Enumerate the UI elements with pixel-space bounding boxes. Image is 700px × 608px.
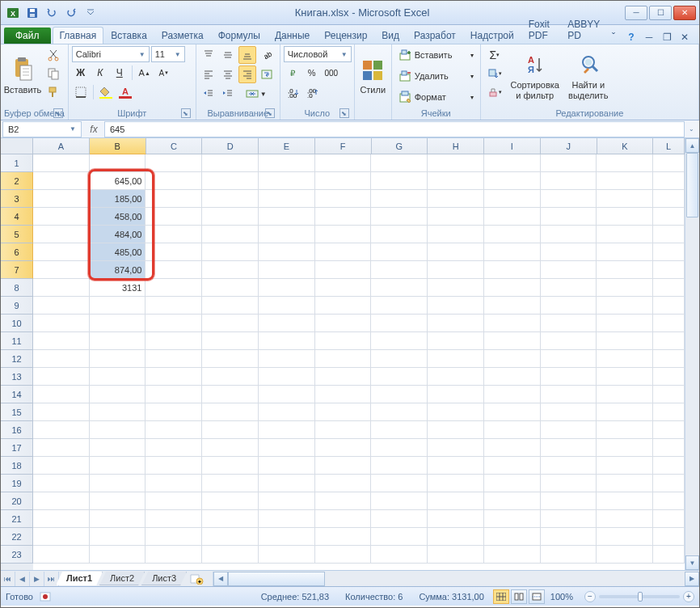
cell-I4[interactable] <box>484 208 541 226</box>
cell-I8[interactable] <box>484 279 541 297</box>
cell-K17[interactable] <box>597 439 653 457</box>
mdi-close-icon[interactable]: ✕ <box>678 31 691 44</box>
underline-button[interactable]: Ч <box>111 64 129 82</box>
tab-insert[interactable]: Вставка <box>103 27 154 44</box>
cell-I23[interactable] <box>484 546 541 564</box>
cell-A8[interactable] <box>33 279 90 297</box>
decrease-decimal-icon[interactable]: ,00,0 <box>303 83 321 101</box>
insert-cells-button[interactable]: Вставить ▾ <box>395 46 477 64</box>
cell-J6[interactable] <box>541 243 597 261</box>
cell-B1[interactable] <box>90 154 146 172</box>
paste-button[interactable]: Вставить <box>4 46 41 107</box>
cell-C20[interactable] <box>145 492 202 510</box>
cell-E10[interactable] <box>259 315 315 332</box>
column-header-B[interactable]: B <box>90 138 146 154</box>
cell-E18[interactable] <box>259 457 315 475</box>
decrease-font-icon[interactable]: A▼ <box>155 64 173 82</box>
column-header-L[interactable]: L <box>653 138 685 154</box>
cell-F3[interactable] <box>315 190 372 208</box>
cell-J7[interactable] <box>541 261 597 279</box>
cell-F5[interactable] <box>315 226 372 243</box>
cell-J4[interactable] <box>541 208 597 226</box>
cell-K13[interactable] <box>597 368 653 386</box>
cell-J14[interactable] <box>541 386 597 403</box>
row-header-8[interactable]: 8 <box>1 279 33 297</box>
row-header-13[interactable]: 13 <box>1 368 33 386</box>
borders-icon[interactable] <box>72 83 90 101</box>
maximize-button[interactable]: ☐ <box>649 6 672 20</box>
cell-F18[interactable] <box>315 457 372 475</box>
cell-E20[interactable] <box>259 492 315 510</box>
mdi-minimize-icon[interactable]: ─ <box>643 31 656 44</box>
cell-G2[interactable] <box>371 172 428 190</box>
cell-F12[interactable] <box>315 350 372 368</box>
cell-B16[interactable] <box>90 421 146 439</box>
cell-H10[interactable] <box>428 315 484 332</box>
cell-G10[interactable] <box>371 315 428 332</box>
cell-J23[interactable] <box>541 546 597 564</box>
formula-bar-expand-icon[interactable]: ⌄ <box>685 120 698 138</box>
cell-J10[interactable] <box>541 315 597 332</box>
column-header-K[interactable]: K <box>597 138 654 154</box>
cell-K16[interactable] <box>597 421 653 439</box>
cell-C1[interactable] <box>145 154 202 172</box>
cell-L2[interactable] <box>653 172 685 190</box>
row-header-14[interactable]: 14 <box>1 386 33 403</box>
hscroll-thumb[interactable] <box>228 572 325 586</box>
increase-font-icon[interactable]: A▲ <box>136 64 154 82</box>
cell-C22[interactable] <box>145 528 202 546</box>
cell-E22[interactable] <box>259 528 315 546</box>
cell-I7[interactable] <box>484 261 541 279</box>
cell-H13[interactable] <box>428 368 484 386</box>
format-painter-icon[interactable] <box>44 83 62 101</box>
cell-E21[interactable] <box>259 510 315 528</box>
tab-foxit[interactable]: Foxit PDF <box>521 15 560 44</box>
macro-record-icon[interactable] <box>40 591 56 602</box>
orientation-icon[interactable]: ab <box>258 46 276 64</box>
column-header-I[interactable]: I <box>484 138 541 154</box>
row-header-21[interactable]: 21 <box>1 510 33 528</box>
cell-G13[interactable] <box>371 368 428 386</box>
cell-H22[interactable] <box>428 528 484 546</box>
cell-G17[interactable] <box>371 439 428 457</box>
cell-E5[interactable] <box>259 226 315 243</box>
cell-D4[interactable] <box>202 208 259 226</box>
tab-review[interactable]: Рецензир <box>317 27 374 44</box>
cell-B9[interactable] <box>90 297 146 315</box>
tab-view[interactable]: Вид <box>374 27 407 44</box>
align-top-icon[interactable] <box>200 46 217 64</box>
cell-I5[interactable] <box>484 226 541 243</box>
view-page-layout-icon[interactable] <box>511 589 527 604</box>
cell-K7[interactable] <box>597 261 653 279</box>
cell-F20[interactable] <box>315 492 372 510</box>
row-header-18[interactable]: 18 <box>1 457 33 475</box>
row-header-11[interactable]: 11 <box>1 332 33 350</box>
cell-C7[interactable] <box>145 261 202 279</box>
cell-K2[interactable] <box>597 172 653 190</box>
zoom-slider[interactable] <box>599 595 680 598</box>
cell-C4[interactable] <box>145 208 202 226</box>
cell-K1[interactable] <box>597 154 653 172</box>
row-header-15[interactable]: 15 <box>1 403 33 421</box>
cell-E17[interactable] <box>259 439 315 457</box>
fill-icon[interactable]: ▾ <box>484 65 505 82</box>
cell-A4[interactable] <box>33 208 90 226</box>
cell-B11[interactable] <box>90 332 146 350</box>
cell-D7[interactable] <box>202 261 259 279</box>
row-header-2[interactable]: 2 <box>1 172 33 190</box>
cell-L10[interactable] <box>653 315 685 332</box>
cell-E12[interactable] <box>259 350 315 368</box>
cell-A21[interactable] <box>33 510 90 528</box>
cell-K22[interactable] <box>597 528 653 546</box>
cell-A2[interactable] <box>33 172 90 190</box>
accounting-format-icon[interactable]: ₽ <box>284 64 302 82</box>
cell-E3[interactable] <box>259 190 315 208</box>
cell-C6[interactable] <box>145 243 202 261</box>
cell-C14[interactable] <box>145 386 202 403</box>
wrap-text-icon[interactable] <box>258 65 276 83</box>
cell-L8[interactable] <box>653 279 685 297</box>
scroll-left-icon[interactable]: ◀ <box>213 572 228 586</box>
cell-J16[interactable] <box>541 421 597 439</box>
cell-A15[interactable] <box>33 403 90 421</box>
cell-F15[interactable] <box>315 403 372 421</box>
